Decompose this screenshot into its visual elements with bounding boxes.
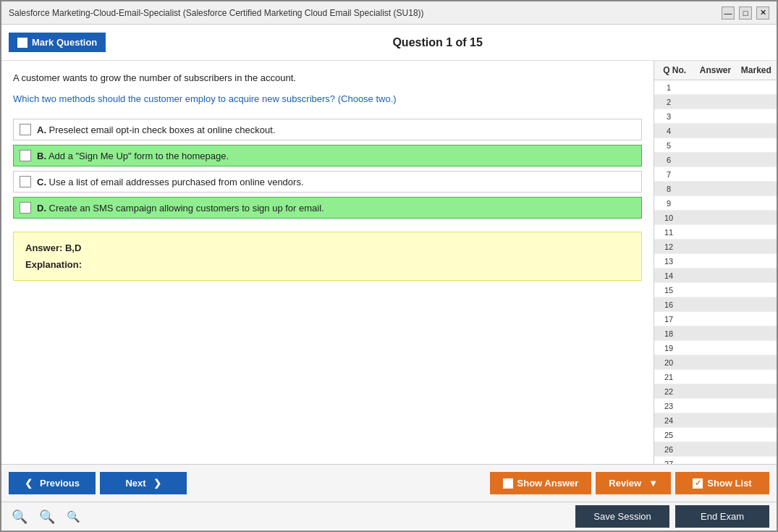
question-list[interactable]: 1 2 3 4 5 6 7 8 xyxy=(654,80,777,464)
question-title: Question 1 of 15 xyxy=(106,36,769,49)
q-number: 13 xyxy=(654,257,683,266)
question-list-row[interactable]: 1 xyxy=(654,80,777,95)
q-number: 21 xyxy=(654,373,683,381)
question-list-row[interactable]: 6 xyxy=(654,153,777,167)
previous-label: Previous xyxy=(40,478,80,489)
question-list-row[interactable]: 3 xyxy=(654,109,777,124)
q-number: 2 xyxy=(654,98,683,106)
option-c-text: C. Use a list of email addresses purchas… xyxy=(37,177,304,187)
q-number: 14 xyxy=(654,271,683,280)
option-d-text: D. Create an SMS campaign allowing custo… xyxy=(37,203,324,214)
mark-checkbox-icon xyxy=(17,38,28,48)
question-list-row[interactable]: 27 xyxy=(654,457,777,464)
question-area: A customer wants to grow the number of s… xyxy=(1,61,654,464)
mark-question-button[interactable]: Mark Question xyxy=(9,33,106,52)
option-d-checkbox[interactable] xyxy=(20,202,31,214)
q-number: 24 xyxy=(654,416,683,425)
q-number: 3 xyxy=(654,112,683,121)
q-number: 23 xyxy=(654,402,683,410)
options-list: A. Preselect email opt-in check boxes at… xyxy=(13,119,642,219)
prev-arrow-icon xyxy=(25,478,35,489)
question-list-row[interactable]: 10 xyxy=(654,211,777,225)
main-window: Salesforce Marketing-Cloud-Email-Special… xyxy=(0,0,778,532)
question-list-row[interactable]: 25 xyxy=(654,428,777,442)
q-number: 17 xyxy=(654,315,683,324)
zoom-controls: 🔍 🔍 🔍 xyxy=(9,507,575,526)
end-exam-button[interactable]: End Exam xyxy=(675,505,769,528)
maximize-button[interactable]: □ xyxy=(739,7,752,20)
window-title: Salesforce Marketing-Cloud-Email-Special… xyxy=(9,8,424,18)
previous-button[interactable]: Previous xyxy=(9,472,96,494)
q-number: 1 xyxy=(654,83,683,92)
option-c-row[interactable]: C. Use a list of email addresses purchas… xyxy=(13,171,642,193)
q-number: 20 xyxy=(654,358,683,367)
zoom-normal-button[interactable]: 🔍 xyxy=(36,507,58,526)
zoom-out-button[interactable]: 🔍 xyxy=(64,507,83,526)
save-session-label: Save Session xyxy=(593,511,651,522)
q-number: 19 xyxy=(654,344,683,352)
show-answer-label: Show Answer xyxy=(517,478,579,489)
option-a-checkbox[interactable] xyxy=(20,124,31,135)
right-panel: Q No. Answer Marked 1 2 3 4 5 xyxy=(654,61,777,464)
minimize-button[interactable]: — xyxy=(722,7,735,20)
option-b-checkbox[interactable] xyxy=(20,150,31,161)
bottom-buttons: Previous Next Show Answer Review ▼ ✓ Sho… xyxy=(1,464,777,502)
mark-question-label: Mark Question xyxy=(32,37,97,48)
marked-header: Marked xyxy=(736,64,777,77)
question-list-row[interactable]: 16 xyxy=(654,297,777,312)
question-list-row[interactable]: 13 xyxy=(654,254,777,269)
q-number: 6 xyxy=(654,156,683,164)
review-label: Review xyxy=(609,478,641,489)
q-number: 9 xyxy=(654,199,683,208)
question-list-row[interactable]: 14 xyxy=(654,269,777,283)
save-session-button[interactable]: Save Session xyxy=(575,505,669,528)
question-list-row[interactable]: 21 xyxy=(654,370,777,384)
review-button[interactable]: Review ▼ xyxy=(596,472,671,494)
window-controls: — □ ✕ xyxy=(722,7,769,20)
question-list-row[interactable]: 24 xyxy=(654,413,777,428)
q-number: 10 xyxy=(654,214,683,222)
toolbar: Mark Question Question 1 of 15 xyxy=(1,25,777,61)
question-list-row[interactable]: 17 xyxy=(654,312,777,326)
question-list-row[interactable]: 20 xyxy=(654,355,777,370)
question-list-row[interactable]: 4 xyxy=(654,124,777,138)
question-list-row[interactable]: 11 xyxy=(654,225,777,240)
zoom-in-button[interactable]: 🔍 xyxy=(9,507,30,526)
question-list-row[interactable]: 9 xyxy=(654,196,777,211)
right-panel-header: Q No. Answer Marked xyxy=(654,61,777,80)
question-list-row[interactable]: 8 xyxy=(654,182,777,196)
q-number: 15 xyxy=(654,286,683,295)
option-a-row[interactable]: A. Preselect email opt-in check boxes at… xyxy=(13,119,642,140)
bottom-row: 🔍 🔍 🔍 Save Session End Exam xyxy=(1,502,777,531)
question-list-row[interactable]: 7 xyxy=(654,167,777,182)
question-list-row[interactable]: 22 xyxy=(654,384,777,399)
question-list-row[interactable]: 15 xyxy=(654,283,777,297)
question-text-1: A customer wants to grow the number of s… xyxy=(13,72,642,83)
show-answer-icon xyxy=(503,478,513,489)
question-list-row[interactable]: 18 xyxy=(654,326,777,341)
option-c-checkbox[interactable] xyxy=(20,176,31,187)
review-dropdown-icon: ▼ xyxy=(648,478,658,489)
q-number: 26 xyxy=(654,445,683,454)
question-text-2: Which two methods should the customer em… xyxy=(13,93,642,104)
option-a-text: A. Preselect email opt-in check boxes at… xyxy=(37,124,276,135)
option-d-row[interactable]: D. Create an SMS campaign allowing custo… xyxy=(13,197,642,219)
show-answer-button[interactable]: Show Answer xyxy=(490,472,592,494)
question-list-row[interactable]: 2 xyxy=(654,95,777,109)
close-button[interactable]: ✕ xyxy=(756,7,769,20)
question-list-row[interactable]: 5 xyxy=(654,138,777,153)
next-label: Next xyxy=(125,478,145,489)
answer-header: Answer xyxy=(695,64,735,77)
option-b-row[interactable]: B. Add a "Sign Me Up" form to the homepa… xyxy=(13,145,642,166)
question-list-row[interactable]: 19 xyxy=(654,341,777,355)
q-number: 5 xyxy=(654,141,683,150)
question-list-row[interactable]: 12 xyxy=(654,240,777,254)
show-list-label: Show List xyxy=(707,478,751,489)
q-number: 22 xyxy=(654,387,683,396)
q-number: 12 xyxy=(654,242,683,251)
question-list-row[interactable]: 26 xyxy=(654,442,777,457)
show-list-button[interactable]: ✓ Show List xyxy=(675,472,769,494)
next-button[interactable]: Next xyxy=(100,472,187,494)
question-list-row[interactable]: 23 xyxy=(654,399,777,413)
q-no-header: Q No. xyxy=(654,64,695,77)
